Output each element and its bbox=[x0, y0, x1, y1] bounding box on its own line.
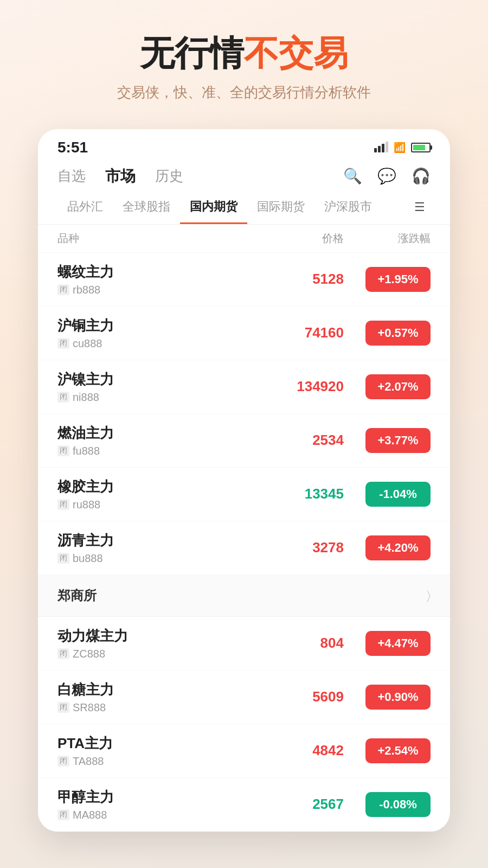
row-code: 闭 ni888 bbox=[57, 391, 257, 404]
market-row[interactable]: 沪镍主力 闭 ni888 134920 +2.07% bbox=[38, 360, 450, 414]
market-row[interactable]: 沥青主力 闭 bu888 3278 +4.20% bbox=[38, 521, 450, 575]
row-code: 闭 ru888 bbox=[57, 499, 257, 511]
subtab-guoneiqihuo[interactable]: 国内期货 bbox=[180, 191, 247, 224]
nav-sub: 品外汇 全球股指 国内期货 国际期货 沪深股市 ☰ bbox=[38, 191, 450, 225]
row-name: 橡胶主力 bbox=[57, 477, 257, 496]
market-row[interactable]: 橡胶主力 闭 ru888 13345 -1.04% bbox=[38, 468, 450, 521]
row-info: 动力煤主力 闭 ZC888 bbox=[57, 627, 257, 660]
row-info: 甲醇主力 闭 MA888 bbox=[57, 788, 257, 821]
change-badge: -0.08% bbox=[365, 792, 431, 817]
search-icon[interactable]: 🔍 bbox=[343, 167, 362, 185]
row-info: 螺纹主力 闭 rb888 bbox=[57, 263, 257, 296]
row-change: +2.07% bbox=[344, 374, 431, 399]
col-header-price: 价格 bbox=[257, 231, 344, 246]
code-text: cu888 bbox=[73, 337, 102, 350]
market-row[interactable]: 燃油主力 闭 fu888 2534 +3.77% bbox=[38, 414, 450, 468]
chat-icon[interactable]: 💬 bbox=[377, 167, 396, 185]
row-price: 13345 bbox=[257, 486, 344, 502]
code-text: ZC888 bbox=[73, 648, 105, 660]
subtab-guzhi[interactable]: 全球股指 bbox=[113, 191, 180, 224]
code-text: rb888 bbox=[73, 284, 100, 296]
phone-frame: 5:51 📶 自选 市场 历史 🔍 💬 🎧 品外汇 bbox=[38, 129, 450, 832]
change-badge: +2.54% bbox=[365, 738, 431, 763]
signal-icon bbox=[374, 143, 388, 152]
change-badge: +3.77% bbox=[365, 428, 431, 453]
more-icon[interactable]: ☰ bbox=[409, 193, 431, 222]
change-badge: +1.95% bbox=[365, 267, 431, 292]
row-name: 燃油主力 bbox=[57, 424, 257, 443]
row-change: -1.04% bbox=[344, 482, 431, 507]
row-info: 白糖主力 闭 SR888 bbox=[57, 680, 257, 714]
hero-title-orange: 不交易 bbox=[244, 34, 348, 73]
row-change: +4.20% bbox=[344, 535, 431, 560]
row-info: 沥青主力 闭 bu888 bbox=[57, 531, 257, 565]
row-code: 闭 ZC888 bbox=[57, 648, 257, 660]
change-badge: +0.57% bbox=[365, 321, 431, 346]
code-text: fu888 bbox=[73, 445, 100, 457]
change-badge: -1.04% bbox=[365, 482, 431, 507]
row-change: +0.90% bbox=[344, 685, 431, 710]
row-info: PTA主力 闭 TA888 bbox=[57, 734, 257, 768]
col-header-name: 品种 bbox=[57, 231, 257, 246]
col-header-change: 涨跌幅 bbox=[344, 231, 431, 246]
change-badge: +4.20% bbox=[365, 535, 431, 560]
nav-main: 自选 市场 历史 🔍 💬 🎧 bbox=[38, 162, 450, 191]
hero-title-dark: 无行情 bbox=[140, 34, 244, 73]
row-code: 闭 TA888 bbox=[57, 755, 257, 768]
row-price: 134920 bbox=[257, 378, 344, 395]
closed-badge: 闭 bbox=[57, 499, 69, 510]
table-header: 品种 价格 涨跌幅 bbox=[38, 225, 450, 253]
battery-icon bbox=[411, 143, 431, 152]
row-price: 4842 bbox=[257, 742, 344, 759]
market-row[interactable]: 螺纹主力 闭 rb888 5128 +1.95% bbox=[38, 253, 450, 307]
hero-title: 无行情不交易 bbox=[117, 33, 371, 74]
code-text: MA888 bbox=[73, 809, 107, 821]
hero-subtitle: 交易侠，快、准、全的交易行情分析软件 bbox=[117, 83, 371, 102]
headset-icon[interactable]: 🎧 bbox=[412, 167, 431, 185]
code-text: ni888 bbox=[73, 391, 99, 404]
row-info: 橡胶主力 闭 ru888 bbox=[57, 477, 257, 511]
row-price: 2567 bbox=[257, 796, 344, 813]
hero-section: 无行情不交易 交易侠，快、准、全的交易行情分析软件 bbox=[117, 33, 371, 102]
subtab-waihui[interactable]: 品外汇 bbox=[57, 191, 113, 224]
row-name: 甲醇主力 bbox=[57, 788, 257, 807]
row-change: +1.95% bbox=[344, 267, 431, 292]
row-name: 沪铜主力 bbox=[57, 316, 257, 335]
market-row[interactable]: 白糖主力 闭 SR888 5609 +0.90% bbox=[38, 671, 450, 724]
nav-main-left: 自选 市场 历史 bbox=[57, 166, 183, 187]
nav-item-lishi[interactable]: 历史 bbox=[155, 167, 183, 186]
closed-badge: 闭 bbox=[57, 445, 69, 456]
row-name: 动力煤主力 bbox=[57, 627, 257, 646]
nav-item-zixuan[interactable]: 自选 bbox=[57, 167, 86, 186]
market-row[interactable]: 动力煤主力 闭 ZC888 804 +4.47% bbox=[38, 617, 450, 671]
section-zhengshang[interactable]: 郑商所 〉 bbox=[38, 575, 450, 617]
row-price: 74160 bbox=[257, 324, 344, 341]
subtab-guojiqihuo[interactable]: 国际期货 bbox=[247, 191, 314, 224]
chevron-right-icon: 〉 bbox=[427, 589, 431, 603]
row-code: 闭 SR888 bbox=[57, 701, 257, 714]
row-name: 沥青主力 bbox=[57, 531, 257, 550]
row-code: 闭 cu888 bbox=[57, 337, 257, 350]
row-price: 3278 bbox=[257, 539, 344, 556]
code-text: SR888 bbox=[73, 701, 106, 714]
closed-badge: 闭 bbox=[57, 553, 69, 564]
row-code: 闭 fu888 bbox=[57, 445, 257, 457]
nav-item-shichang[interactable]: 市场 bbox=[105, 166, 136, 187]
row-price: 804 bbox=[257, 635, 344, 652]
market-row[interactable]: 沪铜主力 闭 cu888 74160 +0.57% bbox=[38, 307, 450, 360]
row-price: 2534 bbox=[257, 432, 344, 449]
nav-main-right: 🔍 💬 🎧 bbox=[343, 167, 431, 185]
row-code: 闭 bu888 bbox=[57, 552, 257, 565]
shfe-rows: 螺纹主力 闭 rb888 5128 +1.95% 沪铜主力 闭 cu888 bbox=[38, 253, 450, 575]
change-badge: +2.07% bbox=[365, 374, 431, 399]
market-row[interactable]: PTA主力 闭 TA888 4842 +2.54% bbox=[38, 724, 450, 778]
market-row[interactable]: 甲醇主力 闭 MA888 2567 -0.08% bbox=[38, 778, 450, 832]
closed-badge: 闭 bbox=[57, 756, 69, 767]
row-change: +4.47% bbox=[344, 631, 431, 656]
row-change: +3.77% bbox=[344, 428, 431, 453]
row-info: 沪铜主力 闭 cu888 bbox=[57, 316, 257, 350]
row-change: -0.08% bbox=[344, 792, 431, 817]
code-text: ru888 bbox=[73, 499, 100, 511]
subtab-hushen[interactable]: 沪深股市 bbox=[314, 191, 382, 224]
row-price: 5128 bbox=[257, 271, 344, 288]
